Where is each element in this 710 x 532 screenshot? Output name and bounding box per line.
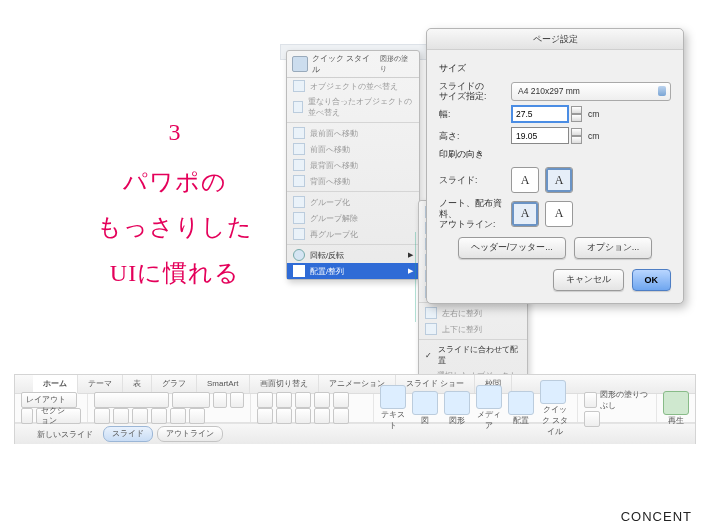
quick-style-label[interactable]: クイック スタイル [312, 53, 376, 75]
reorder-icon [293, 101, 303, 113]
header-footer-button[interactable]: ヘッダー/フッター... [458, 237, 566, 259]
grow-font[interactable] [213, 392, 227, 408]
height-stepper[interactable] [571, 128, 582, 144]
group-icon [293, 228, 305, 240]
ok-button[interactable]: OK [632, 269, 672, 291]
notes-landscape[interactable]: A [545, 201, 573, 227]
menu-regroup[interactable]: 再グループ化 [287, 226, 419, 242]
play-button[interactable] [663, 391, 689, 415]
align-c[interactable] [276, 408, 292, 424]
height-label: 高さ: [439, 131, 511, 141]
distribute-v[interactable]: 上下に整列 [419, 321, 527, 337]
highlight[interactable] [189, 408, 205, 424]
new-slide-button[interactable] [21, 408, 33, 424]
fill-label[interactable]: 図形の塗り [380, 54, 414, 74]
menu-send-backward[interactable]: 背面へ移動 [287, 173, 419, 189]
line-spacing[interactable] [333, 392, 349, 408]
view-slide-pill[interactable]: スライド [103, 426, 153, 442]
reorder-icon [293, 80, 305, 92]
unit-label: cm [588, 109, 599, 119]
indent-inc[interactable] [314, 392, 330, 408]
tab-chart[interactable]: グラフ [152, 375, 197, 393]
slide-size-select[interactable]: A4 210x297 mm [511, 82, 671, 101]
grp-insert: テキスト 図 図形 メディア 配置 クイック スタイル [374, 394, 578, 422]
orient-group-label: 印刷の向き [439, 148, 671, 161]
separator [419, 339, 527, 340]
new-slide-label: 新しいスライド [37, 429, 93, 440]
layer-icon [293, 143, 305, 155]
ins-shape[interactable] [444, 391, 470, 415]
arrange-icon[interactable] [292, 56, 308, 72]
italic-button[interactable] [113, 408, 129, 424]
arrange-menu: ▶ クイック スタイル 図形の塗り オブジェクトの並べ替え 重なり合ったオブジェ… [286, 50, 420, 280]
tab-table[interactable]: 表 [123, 375, 152, 393]
menu-bring-front[interactable]: 最前面へ移動 [287, 125, 419, 141]
chevron-right-icon: ▶ [408, 251, 413, 259]
headline-l2: もっさりした [97, 214, 253, 240]
width-input[interactable] [511, 105, 569, 123]
rotate-icon [293, 249, 305, 261]
grp-show: 再生 [657, 394, 695, 422]
columns[interactable] [333, 408, 349, 424]
menu-ungroup[interactable]: グループ解除 [287, 210, 419, 226]
menu-rotate[interactable]: 回転/反転▶ [287, 247, 419, 263]
underline-button[interactable] [132, 408, 148, 424]
menu-align[interactable]: 配置/整列▶ [287, 263, 419, 279]
align-l[interactable] [257, 408, 273, 424]
new-slide-small[interactable] [19, 427, 33, 441]
notes-portrait[interactable]: A [511, 201, 539, 227]
distribute-h[interactable]: 左右に整列 [419, 305, 527, 321]
height-input[interactable] [511, 127, 569, 144]
ins-text[interactable] [380, 385, 406, 409]
grp-slide: レイアウト セクション [15, 394, 88, 422]
section-select[interactable]: セクション [36, 408, 81, 424]
ins-picture[interactable] [412, 391, 438, 415]
group-icon [293, 212, 305, 224]
width-label: 幅: [439, 109, 511, 119]
align-j[interactable] [314, 408, 330, 424]
slide-landscape[interactable]: A [545, 167, 573, 193]
shrink-font[interactable] [230, 392, 244, 408]
chevron-right-icon: ▶ [408, 267, 413, 275]
size-group-label: サイズ [439, 62, 671, 75]
menu-reorder-1[interactable]: オブジェクトの並べ替え [287, 78, 419, 94]
cancel-button[interactable]: キャンセル [553, 269, 624, 291]
slide-portrait[interactable]: A [511, 167, 539, 193]
layer-icon [293, 127, 305, 139]
bullets[interactable] [257, 392, 273, 408]
apple-icon[interactable] [15, 375, 33, 393]
menu-bring-forward[interactable]: 前面へ移動 [287, 141, 419, 157]
headline: 3 パワポの もっさりした UIに慣れる [60, 110, 290, 296]
ins-arrange[interactable] [508, 391, 534, 415]
indent-dec[interactable] [295, 392, 311, 408]
tab-smartart[interactable]: SmartArt [197, 375, 250, 393]
relative-slide[interactable]: ✓スライドに合わせて配置 [419, 342, 527, 368]
align-r[interactable] [295, 408, 311, 424]
tab-theme[interactable]: テーマ [78, 375, 123, 393]
shape-fill[interactable] [584, 392, 597, 408]
tab-transition[interactable]: 画面切り替え [250, 375, 319, 393]
notes-orient-label: ノート、配布資料、 アウトライン: [439, 198, 511, 229]
font-select[interactable] [94, 392, 169, 408]
menu-reorder-2[interactable]: 重なり合ったオブジェクトの並べ替え [287, 94, 419, 120]
numbering[interactable] [276, 392, 292, 408]
menu-send-back[interactable]: 最背面へ移動 [287, 157, 419, 173]
font-color[interactable] [170, 408, 186, 424]
font-size[interactable] [172, 392, 210, 408]
layer-icon [293, 175, 305, 187]
bold-button[interactable] [94, 408, 110, 424]
view-outline-pill[interactable]: アウトライン [157, 426, 223, 442]
menu-group[interactable]: グループ化 [287, 194, 419, 210]
width-stepper[interactable] [571, 106, 582, 122]
strike-button[interactable] [151, 408, 167, 424]
shape-line[interactable] [584, 411, 600, 427]
ins-quickstyle[interactable] [540, 380, 566, 404]
align-icon [293, 265, 305, 277]
grp-paragraph [251, 394, 374, 422]
slide-size-label: スライドの サイズ指定: [439, 81, 511, 101]
page-setup-dialog: ページ設定 サイズ スライドの サイズ指定: A4 210x297 mm 幅: … [426, 28, 684, 304]
layer-icon [293, 159, 305, 171]
options-button[interactable]: オプション... [574, 237, 653, 259]
ins-media[interactable] [476, 385, 502, 409]
separator [287, 244, 419, 245]
